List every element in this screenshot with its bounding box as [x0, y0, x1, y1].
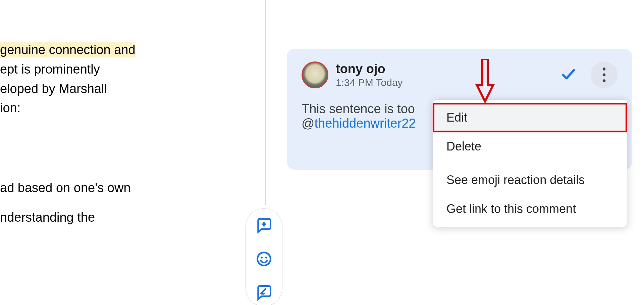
- svg-point-6: [603, 74, 606, 77]
- doc-line: ion:: [0, 98, 265, 118]
- menu-item-emoji-details[interactable]: See emoji reaction details: [433, 166, 627, 194]
- svg-rect-8: [482, 59, 488, 85]
- document-text: genuine connection and ept is prominentl…: [0, 0, 265, 305]
- emoji-icon: [255, 250, 273, 268]
- more-options-button[interactable]: [591, 61, 618, 88]
- svg-rect-10: [483, 83, 487, 87]
- menu-item-delete[interactable]: Delete: [433, 132, 627, 161]
- svg-point-7: [603, 79, 606, 82]
- svg-point-2: [258, 253, 271, 266]
- highlighted-text[interactable]: genuine connection and: [0, 42, 136, 57]
- menu-item-edit[interactable]: Edit: [433, 103, 627, 132]
- comment-header: tony ojo 1:34 PM Today: [302, 61, 618, 88]
- doc-paragraph-1: genuine connection and ept is prominentl…: [0, 40, 265, 118]
- resolve-button[interactable]: [560, 66, 577, 84]
- menu-item-get-link[interactable]: Get link to this comment: [433, 194, 627, 223]
- comment-text: This sentence is too: [302, 102, 415, 116]
- mention-link[interactable]: thehiddenwriter22: [315, 116, 416, 130]
- floating-comment-toolbar: [246, 208, 282, 305]
- callout-arrow-annotation: [475, 59, 495, 104]
- add-comment-button[interactable]: [254, 215, 274, 235]
- doc-paragraph-2: ad based on one's own nderstanding the: [0, 178, 265, 227]
- comment-actions: [560, 61, 618, 88]
- doc-line: eloped by Marshall: [0, 79, 265, 99]
- svg-point-3: [261, 257, 263, 259]
- more-vert-icon: [602, 68, 606, 82]
- suggest-icon: [255, 284, 273, 301]
- svg-point-5: [603, 68, 606, 71]
- author-block: tony ojo 1:34 PM Today: [336, 62, 403, 88]
- avatar[interactable]: [302, 61, 328, 88]
- checkmark-icon: [560, 66, 577, 82]
- comment-timestamp: 1:34 PM Today: [336, 77, 403, 88]
- comment-context-menu: Edit Delete See emoji reaction details G…: [433, 99, 627, 227]
- arrow-down-icon: [475, 59, 495, 103]
- svg-point-4: [265, 257, 267, 259]
- comment-plus-icon: [255, 217, 273, 234]
- add-emoji-button[interactable]: [254, 249, 274, 269]
- suggest-edits-button[interactable]: [254, 282, 274, 303]
- pane-divider: [265, 0, 266, 205]
- mention-prefix: @: [302, 116, 315, 130]
- doc-line: ept is prominently: [0, 60, 265, 79]
- doc-line: nderstanding the: [0, 208, 265, 227]
- doc-line: ad based on one's own: [0, 178, 265, 198]
- comment-author: tony ojo: [336, 62, 403, 76]
- svg-marker-9: [477, 85, 493, 101]
